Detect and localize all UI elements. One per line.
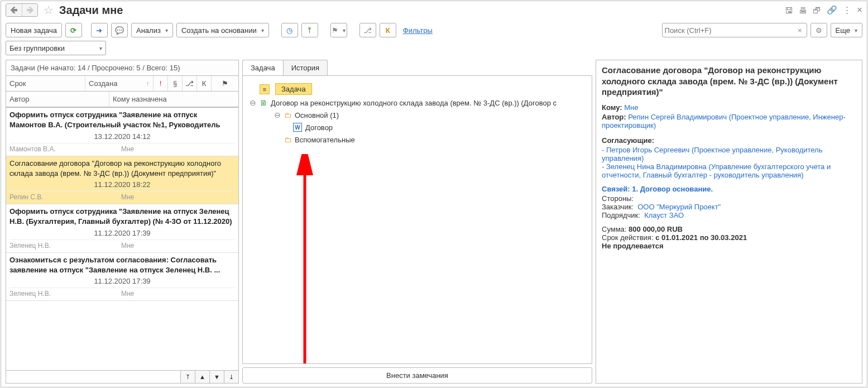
close-icon[interactable]: ×: [857, 4, 862, 16]
settings-button[interactable]: ⚙: [811, 23, 827, 37]
favorite-star-icon[interactable]: ☆: [44, 3, 54, 17]
clock-button[interactable]: ◷: [281, 23, 298, 37]
col-created[interactable]: Создана↑: [85, 76, 154, 91]
details-author-link[interactable]: Репин Сергей Владимирович (Проектное упр…: [602, 113, 846, 130]
task-assignee: Мне: [121, 242, 134, 250]
folder-icon: 🗀: [284, 111, 291, 119]
tree-button[interactable]: ⎇: [359, 23, 376, 37]
task-date: 13.12.2020 14:12: [9, 130, 235, 143]
col-priority-icon[interactable]: !: [154, 76, 168, 91]
page-down-button[interactable]: ▼: [209, 371, 224, 383]
document-icon: 🗎: [260, 98, 267, 107]
col-deadline[interactable]: Срок: [6, 76, 85, 91]
col-k[interactable]: К: [197, 76, 212, 91]
task-card[interactable]: Оформить отпуск сотрудника "Заявление на…: [6, 108, 238, 156]
tab-task[interactable]: Задача: [242, 60, 284, 75]
task-card[interactable]: Ознакомиться с результатом согласования:…: [6, 253, 238, 301]
tree-folder-main[interactable]: Основной (1): [295, 111, 339, 119]
refresh-button[interactable]: ⟳: [65, 23, 82, 37]
word-file-icon: W: [293, 123, 302, 132]
task-assignee: Мне: [121, 290, 134, 298]
task-title: Оформить отпуск сотрудника "Заявление на…: [9, 110, 235, 130]
tree-toggle[interactable]: ⊖: [274, 111, 281, 119]
tree-doc-title[interactable]: Договор на реконструкцию холодного склад…: [271, 99, 557, 107]
details-title: Согласование договора "Договор на реконс…: [602, 65, 856, 98]
tree-toggle[interactable]: ⊖: [250, 98, 256, 107]
create-based-on-button[interactable]: Создать на основании: [176, 23, 269, 37]
tab-history[interactable]: История: [283, 60, 328, 75]
nav-back-button[interactable]: 🡸: [6, 4, 22, 16]
nav-forward-button[interactable]: 🡺: [22, 4, 37, 16]
task-author: Мамонтов В.А.: [9, 145, 121, 153]
task-card[interactable]: Оформить отпуск сотрудника "Заявление на…: [6, 204, 238, 253]
chevron-down-icon: ▾: [99, 45, 102, 51]
task-assignee: Мне: [121, 145, 134, 153]
link-icon[interactable]: 🔗: [827, 5, 837, 15]
task-author: Зеленец Н.В.: [9, 242, 121, 250]
col-author[interactable]: Автор: [6, 92, 109, 107]
task-author: Зеленец Н.В.: [9, 290, 121, 298]
flag-button[interactable]: ⚑: [330, 23, 347, 37]
contractor-link[interactable]: Клауст ЗАО: [644, 211, 684, 219]
chat-button[interactable]: 💬: [111, 23, 128, 37]
page-first-button[interactable]: ⤒: [180, 371, 195, 383]
task-date: 11.12.2020 17:39: [9, 275, 235, 288]
analysis-button[interactable]: Анализ: [131, 23, 173, 37]
preview-icon[interactable]: 🗗: [813, 6, 821, 15]
customer-link[interactable]: ООО "Меркурий Проект": [637, 203, 721, 211]
task-card[interactable]: Согласование договора "Договор на реконс…: [6, 156, 238, 204]
links-link[interactable]: Связей: 1. Договор основание.: [602, 185, 713, 193]
task-title: Согласование договора "Договор на реконс…: [9, 159, 235, 178]
k-button[interactable]: К: [380, 23, 396, 37]
annotation-arrow: [296, 154, 313, 364]
task-title: Ознакомиться с результатом согласования:…: [9, 255, 235, 275]
task-date: 11.12.2020 17:39: [9, 227, 235, 239]
col-flag-icon[interactable]: ⚑: [212, 76, 238, 91]
search-input-wrapper: ×: [662, 23, 807, 37]
pager: ⤒ ▲ ▼ ⤓: [6, 371, 239, 384]
task-list: Оформить отпуск сотрудника "Заявление на…: [6, 107, 239, 371]
task-title: Оформить отпуск сотрудника "Заявление на…: [9, 207, 235, 227]
search-clear-icon[interactable]: ×: [795, 26, 804, 35]
folder-icon: 🗀: [284, 136, 291, 144]
kebab-menu-icon[interactable]: ⋮: [843, 5, 851, 15]
grouping-select[interactable]: Без группировки ▾: [6, 41, 106, 55]
approver-link[interactable]: - Петров Игорь Сергеевич (Проектное упра…: [602, 146, 856, 162]
task-author: Репин С.В.: [9, 193, 121, 201]
col-tree-icon[interactable]: ⎇: [183, 76, 197, 91]
task-date: 11.12.2020 18:22: [9, 178, 235, 191]
tree-file-word[interactable]: Договор: [305, 123, 333, 132]
filters-link[interactable]: Фильтры: [403, 26, 433, 35]
col-assignee[interactable]: Кому назначена: [109, 92, 238, 107]
task-chip-icon: ≡: [260, 84, 270, 94]
approver-link[interactable]: - Зеленец Нина Владимировна (Управление …: [602, 162, 856, 179]
task-assignee: Мне: [121, 193, 134, 201]
details-panel: Согласование договора "Договор на реконс…: [596, 60, 862, 384]
task-status-summary: Задачи (Не начато: 14 / Просрочено: 5 / …: [6, 60, 239, 75]
page-title: Задачи мне: [59, 4, 123, 17]
page-last-button[interactable]: ⤓: [224, 371, 238, 383]
export-button[interactable]: ⤒: [301, 23, 318, 37]
forward-task-button[interactable]: ➜: [91, 23, 108, 37]
page-up-button[interactable]: ▲: [195, 371, 209, 383]
add-remarks-button[interactable]: Внести замечания: [242, 367, 592, 384]
new-task-button[interactable]: Новая задача: [6, 23, 62, 37]
search-input[interactable]: [665, 26, 795, 35]
details-to-link[interactable]: Мне: [624, 103, 638, 112]
col-status-icon[interactable]: §: [168, 76, 183, 91]
task-chip[interactable]: Задача: [275, 83, 312, 95]
more-button[interactable]: Еще: [831, 23, 862, 37]
print-icon[interactable]: 🖶: [799, 6, 807, 15]
save-icon[interactable]: 🖫: [785, 6, 793, 15]
tree-folder-aux[interactable]: Вспомогательные: [295, 136, 355, 144]
